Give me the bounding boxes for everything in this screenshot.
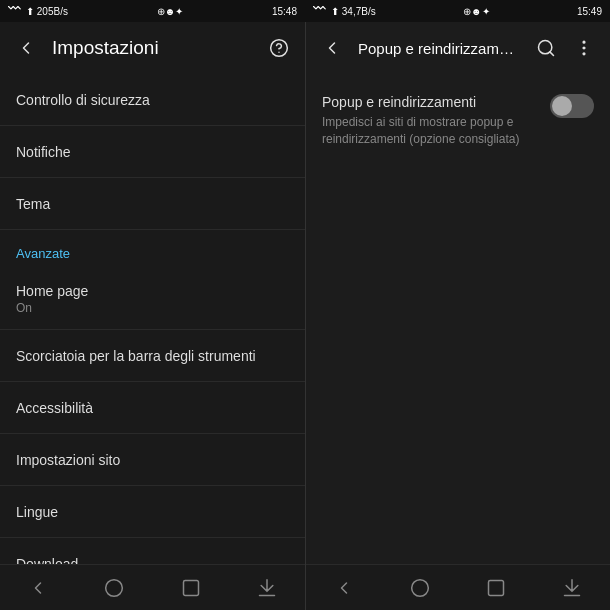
popup-toggle[interactable] [550, 94, 594, 118]
nav-home-right[interactable] [402, 570, 438, 606]
popup-text-block: Popup e reindirizzamenti Impedisci ai si… [322, 94, 550, 148]
status-bar-left: ⬆ 205B/s ⊕☻✦ 15:48 [0, 0, 305, 22]
speed-text-left: ⬆ 205B/s [26, 6, 68, 17]
status-icons-right: ⊕☻✦ [463, 6, 490, 17]
menu-item-sicurezza[interactable]: Controllo di sicurezza [0, 74, 305, 126]
status-bar-right: ⬆ 34,7B/s ⊕☻✦ 15:49 [305, 0, 610, 22]
nav-square-right[interactable] [478, 570, 514, 606]
menu-item-download[interactable]: Download [0, 538, 305, 564]
menu-section-left: Controllo di sicurezza Notifiche Tema Av… [0, 74, 305, 564]
svg-rect-3 [183, 580, 198, 595]
help-button[interactable] [261, 30, 297, 66]
nav-download-left[interactable] [249, 570, 285, 606]
nav-square-left[interactable] [173, 570, 209, 606]
menu-item-accessibilita[interactable]: Accessibilità [0, 382, 305, 434]
nav-back-right[interactable] [326, 570, 362, 606]
time-right: 15:49 [577, 6, 602, 17]
status-right-info: ⬆ 34,7B/s [313, 3, 376, 19]
popup-description: Impedisci ai siti di mostrare popup e re… [322, 114, 538, 148]
section-avanzate-divider: Avanzate [0, 230, 305, 269]
bottom-nav-right [306, 564, 610, 610]
page-title-left: Impostazioni [52, 37, 253, 59]
popup-settings-content: Popup e reindirizzamenti Impedisci ai si… [306, 74, 610, 168]
speed-text-right: ⬆ 34,7B/s [331, 6, 376, 17]
menu-item-impostazioni-sito[interactable]: Impostazioni sito [0, 434, 305, 486]
popup-title: Popup e reindirizzamenti [322, 94, 538, 110]
menu-item-homepage[interactable]: Home page On [0, 269, 305, 330]
menu-item-notifiche[interactable]: Notifiche [0, 126, 305, 178]
topbar-left: Impostazioni [0, 22, 305, 74]
nav-download-right[interactable] [554, 570, 590, 606]
time-left: 15:48 [272, 6, 297, 17]
topbar-right: Popup e reindirizzamenti [306, 22, 610, 74]
menu-item-scorciatoia[interactable]: Scorciatoia per la barra degli strumenti [0, 330, 305, 382]
back-button-left[interactable] [8, 30, 44, 66]
page-title-right: Popup e reindirizzamenti [358, 40, 520, 57]
nav-home-left[interactable] [96, 570, 132, 606]
svg-point-7 [583, 47, 585, 49]
svg-point-2 [106, 579, 123, 596]
toggle-knob [552, 96, 572, 116]
right-panel: ⬆ 34,7B/s ⊕☻✦ 15:49 Popup e reindirizzam… [305, 0, 610, 610]
topbar-actions-right [528, 30, 602, 66]
menu-item-tema[interactable]: Tema [0, 178, 305, 230]
nav-back-left[interactable] [20, 570, 56, 606]
more-button-right[interactable] [566, 30, 602, 66]
signal-icon [8, 3, 22, 19]
back-button-right[interactable] [314, 30, 350, 66]
svg-point-0 [271, 40, 288, 57]
menu-item-lingue[interactable]: Lingue [0, 486, 305, 538]
search-button-right[interactable] [528, 30, 564, 66]
svg-rect-10 [489, 580, 504, 595]
status-icons-left: ⊕☻✦ [157, 6, 184, 17]
svg-point-6 [583, 41, 585, 43]
svg-line-5 [550, 52, 554, 56]
bottom-nav-left [0, 564, 305, 610]
section-label-avanzate: Avanzate [0, 234, 305, 265]
left-panel: ⬆ 205B/s ⊕☻✦ 15:48 Impostazioni Controll… [0, 0, 305, 610]
svg-point-8 [583, 53, 585, 55]
popup-toggle-row: Popup e reindirizzamenti Impedisci ai si… [322, 86, 594, 156]
svg-point-9 [412, 579, 429, 596]
topbar-actions-left [261, 30, 297, 66]
signal-icon-right [313, 3, 327, 19]
status-left-info: ⬆ 205B/s [8, 3, 68, 19]
